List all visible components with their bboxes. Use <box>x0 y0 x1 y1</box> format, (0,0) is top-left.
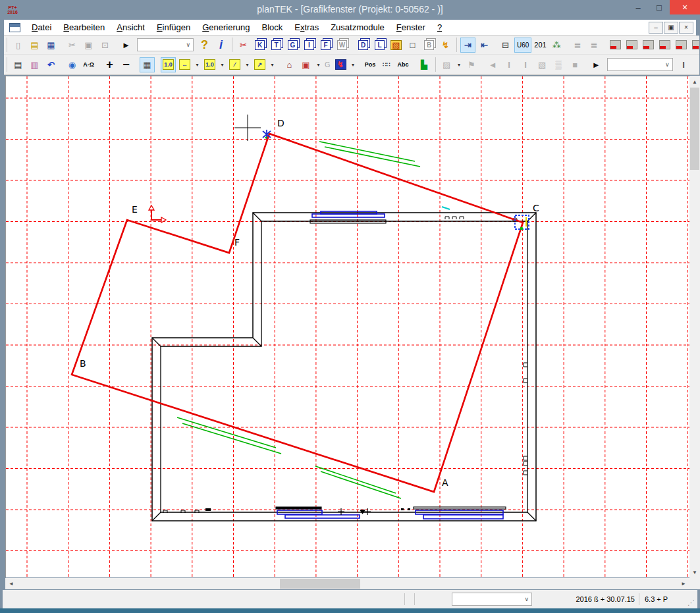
grid-toggle-icon: ▦ <box>143 61 151 69</box>
dim-vertical[interactable]: 1.0 <box>202 57 217 72</box>
minimize-button[interactable]: – <box>628 0 649 14</box>
zoom-out-icon: − <box>122 59 130 70</box>
open-file-button[interactable]: ▤ <box>27 38 42 53</box>
dim-arrows[interactable]: ↔ <box>177 57 192 72</box>
letter-g-button[interactable]: G <box>285 38 300 53</box>
arrow-diagonal-dd[interactable]: ▾ <box>268 57 277 72</box>
jump-button[interactable]: ► <box>119 38 134 53</box>
scroll-down-arrow[interactable]: ▼ <box>689 568 700 577</box>
save-button[interactable]: ▦ <box>43 38 59 53</box>
status-combobox[interactable]: ∨ <box>452 593 532 606</box>
line-slash-dd[interactable]: ▾ <box>243 57 252 72</box>
menu-item-extras[interactable]: Extras <box>288 21 325 34</box>
letter-d-button[interactable]: D <box>356 38 371 53</box>
zoom-in-button[interactable]: + <box>102 57 117 72</box>
rename-a-omega-button[interactable]: A-Ω <box>81 57 96 72</box>
toolbar2-combo[interactable]: ∨ <box>607 58 673 71</box>
wall-type-6-icon <box>692 40 699 49</box>
arrow-diagonal[interactable]: ↗ <box>252 57 267 72</box>
print-icon: ▤ <box>14 61 22 69</box>
letter-i-button[interactable]: I <box>302 38 317 53</box>
menu-item-?[interactable]: ? <box>431 21 448 34</box>
table-arrow-left-button[interactable]: ⇤ <box>477 38 492 53</box>
wall-type-6-button[interactable] <box>690 38 699 53</box>
screen-preview-button[interactable]: ▙ <box>417 57 432 72</box>
cube-3d-dd[interactable]: ▾ <box>314 57 323 72</box>
cube-3d-button[interactable]: ▣ <box>298 57 313 72</box>
resize-grip[interactable] <box>680 590 697 608</box>
toolbar1-combo[interactable]: ∨ <box>137 38 194 51</box>
menu-item-einfgen[interactable]: Einfügen <box>151 21 196 34</box>
pin-icon: ⚑ <box>468 61 475 69</box>
dim-horizontal[interactable]: 1.0 <box>161 57 176 72</box>
blank-page-button[interactable]: □ <box>405 38 420 53</box>
menu-item-ansicht[interactable]: Ansicht <box>111 21 151 34</box>
network-button[interactable]: ⁂ <box>549 38 564 53</box>
child-restore-button[interactable]: ▣ <box>664 22 678 34</box>
indent-right-icon: ≣ <box>574 41 581 49</box>
cube-3d-icon: ▣ <box>302 61 310 69</box>
dim-arrows-dd[interactable]: ▾ <box>193 57 202 72</box>
scroll-left-arrow[interactable]: ◄ <box>7 578 16 589</box>
undo-button[interactable]: ↶ <box>43 57 59 72</box>
dim-vertical-dd[interactable]: ▾ <box>218 57 227 72</box>
grid-toggle-button[interactable]: ▦ <box>140 57 155 72</box>
menu-item-zusatzmodule[interactable]: Zusatzmodule <box>325 21 390 34</box>
wall-type-5-button[interactable] <box>674 38 689 53</box>
maximize-button[interactable]: □ <box>649 0 670 14</box>
letter-t-button[interactable]: T <box>269 38 284 53</box>
child-window-icon[interactable] <box>9 23 20 32</box>
menu-item-block[interactable]: Block <box>256 21 289 34</box>
dot-rows-button[interactable]: ∷∷ <box>379 57 394 72</box>
letter-k-button[interactable]: K <box>252 38 267 53</box>
line-slash[interactable]: ∕ <box>227 57 242 72</box>
wall-type-3-button[interactable] <box>641 38 656 53</box>
vertex-label-a: A <box>442 477 448 488</box>
table-arrow-right-button[interactable]: ⇥ <box>460 38 475 53</box>
wall-type-1-button[interactable] <box>608 38 623 53</box>
scroll-up-arrow[interactable]: ▲ <box>689 77 700 86</box>
child-close-button[interactable]: × <box>679 22 693 34</box>
beam-ground-button[interactable]: I <box>676 57 691 72</box>
export-image-button[interactable]: ▥ <box>27 57 42 72</box>
horizontal-scrollbar[interactable]: ◄ ► <box>5 578 689 589</box>
table-pen-button[interactable]: ⊟ <box>498 38 513 53</box>
jump-icon: ► <box>122 41 130 49</box>
wall-type-2-button[interactable] <box>624 38 639 53</box>
marker-icon: ◄ <box>489 61 497 69</box>
close-button[interactable]: × <box>670 0 700 14</box>
status-bar: ∨ 2016 ß + 30.07.15 6.3 + P <box>3 590 697 608</box>
cut-line-button[interactable]: ✂ <box>236 38 251 53</box>
letter-f-button[interactable]: F <box>318 38 333 53</box>
color-box-button[interactable]: ▧ <box>389 38 404 53</box>
abc-button[interactable]: Abc <box>396 57 411 72</box>
info-search-button[interactable]: i <box>213 38 229 53</box>
scroll-right-arrow[interactable]: ► <box>679 578 688 589</box>
wall-corner-chamfer <box>253 213 261 221</box>
wall-type-4-button[interactable] <box>657 38 672 53</box>
beam-top-icon: I <box>508 61 510 69</box>
child-minimize-button[interactable]: – <box>649 22 663 34</box>
hatch-dd[interactable]: ▾ <box>455 57 464 72</box>
wall-corner-chamfer <box>527 512 536 521</box>
bolt-dd[interactable]: ▾ <box>349 57 358 72</box>
zoom-out-button[interactable]: − <box>119 57 134 72</box>
drawing-canvas[interactable]: ABCDEF <box>5 76 689 577</box>
print-button[interactable]: ▤ <box>11 57 26 72</box>
horizontal-scroll-thumb[interactable] <box>280 579 360 589</box>
zoom-lens-button[interactable]: ◉ <box>65 57 80 72</box>
help-button[interactable]: ? <box>197 38 212 53</box>
menu-item-generierung[interactable]: Generierung <box>196 21 256 34</box>
menu-item-fenster[interactable]: Fenster <box>390 21 431 34</box>
vertical-scrollbar[interactable]: ▲ ▼ <box>689 76 700 578</box>
more-button[interactable]: ► <box>589 57 604 72</box>
pos-button[interactable]: Pos <box>363 57 378 72</box>
menu-item-datei[interactable]: Datei <box>26 21 57 34</box>
u60-toggle[interactable]: U60 <box>514 38 531 53</box>
vertical-scroll-thumb[interactable] <box>690 88 699 170</box>
floorplan-button[interactable]: ⌂ <box>282 57 297 72</box>
menu-item-bearbeiten[interactable]: Bearbeiten <box>57 21 111 34</box>
bolt[interactable]: ↯ <box>333 57 348 72</box>
lightning-pen-button[interactable]: ↯ <box>438 38 453 53</box>
letter-l-button[interactable]: L <box>372 38 387 53</box>
